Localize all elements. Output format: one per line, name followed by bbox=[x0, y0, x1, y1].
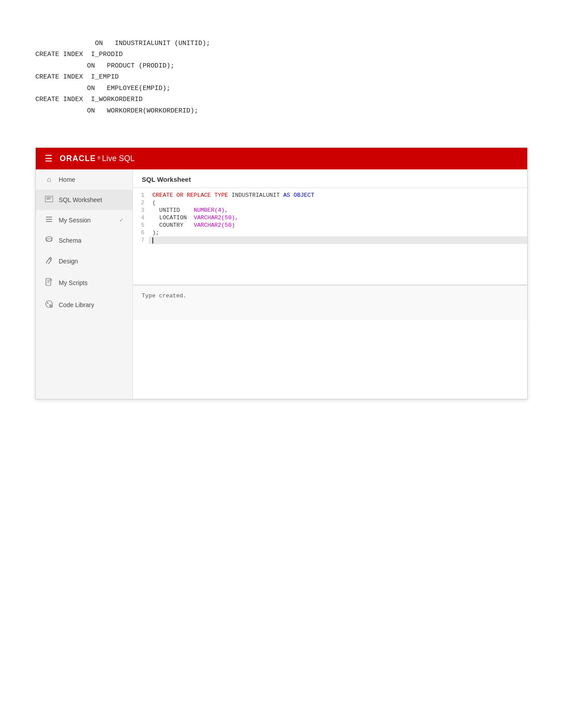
output-text: Type created. bbox=[142, 293, 186, 299]
svg-line-7 bbox=[46, 263, 47, 263]
type-name: INDUSTRIALUNIT bbox=[231, 192, 283, 199]
line-content-6: ); bbox=[149, 229, 527, 236]
oracle-logo: ORACLE® Live SQL bbox=[60, 154, 135, 163]
line-content-7 bbox=[149, 236, 527, 244]
chevron-down-icon: ✓ bbox=[119, 217, 124, 223]
keyword-as-object: AS OBJECT bbox=[283, 192, 314, 199]
sidebar-my-session-label: My Session bbox=[59, 217, 114, 224]
sidebar-code-library-label: Code Library bbox=[59, 301, 124, 308]
line-num-4: 4 bbox=[133, 214, 149, 221]
line-content-1: CREATE OR REPLACE TYPE INDUSTRIALUNIT AS… bbox=[149, 191, 527, 199]
line-num-1: 1 bbox=[133, 191, 149, 199]
oracle-logo-text: ORACLE bbox=[60, 154, 96, 163]
top-code-line-7: ON WORKORDER(WORKORDERID); bbox=[35, 107, 198, 115]
line-content-2: ( bbox=[149, 199, 527, 206]
sidebar-item-home[interactable]: ⌂ Home bbox=[36, 169, 132, 190]
sidebar-item-my-session[interactable]: My Session ✓ bbox=[36, 210, 132, 230]
sidebar-item-code-library[interactable]: ⚙ Code Library bbox=[36, 294, 132, 316]
sidebar-item-my-scripts[interactable]: My Scripts bbox=[36, 272, 132, 294]
code-line-6: 6 ); bbox=[133, 229, 527, 236]
output-area: Type created. bbox=[133, 285, 527, 320]
top-code-line-2: CREATE INDEX I_PRODID bbox=[35, 51, 123, 58]
code-line-1: 1 CREATE OR REPLACE TYPE INDUSTRIALUNIT … bbox=[133, 191, 527, 199]
svg-point-6 bbox=[46, 237, 52, 239]
home-icon: ⌂ bbox=[45, 176, 53, 184]
sidebar-home-label: Home bbox=[59, 176, 124, 183]
type-varchar2-50-country: VARCHAR2(50) bbox=[194, 222, 235, 229]
code-line-5: 5 COUNTRY VARCHAR2(50) bbox=[133, 221, 527, 229]
worksheet-header: SQL Worksheet bbox=[133, 169, 527, 188]
line-num-7: 7 bbox=[133, 236, 149, 244]
sidebar: ⌂ Home SQL Worksheet bbox=[36, 169, 133, 399]
sql-worksheet-icon bbox=[45, 196, 53, 204]
code-line-7: 7 bbox=[133, 236, 527, 244]
code-library-icon: ⚙ bbox=[45, 300, 53, 310]
app-body: ⌂ Home SQL Worksheet bbox=[36, 169, 527, 399]
line-num-5: 5 bbox=[133, 221, 149, 229]
hamburger-icon[interactable]: ☰ bbox=[45, 153, 53, 164]
svg-rect-8 bbox=[46, 278, 51, 285]
sidebar-design-label: Design bbox=[59, 258, 124, 265]
top-code-block: ON INDUSTRIALUNIT (UNITID); CREATE INDEX… bbox=[0, 0, 563, 134]
line-num-2: 2 bbox=[133, 199, 149, 206]
top-code-line-5: ON EMPLOYEE(EMPID); bbox=[35, 85, 170, 92]
code-line-3: 3 UNITID NUMBER(4), bbox=[133, 206, 527, 214]
sidebar-item-schema[interactable]: Schema bbox=[36, 230, 132, 251]
code-lines: 1 CREATE OR REPLACE TYPE INDUSTRIALUNIT … bbox=[133, 188, 527, 248]
app-header: ☰ ORACLE® Live SQL bbox=[36, 148, 527, 169]
schema-icon bbox=[45, 236, 53, 244]
oracle-live-sql-text: Live SQL bbox=[102, 154, 135, 163]
sidebar-my-scripts-label: My Scripts bbox=[59, 279, 124, 286]
app-window: ☰ ORACLE® Live SQL ⌂ Home SQL bbox=[35, 147, 528, 399]
line-content-5: COUNTRY VARCHAR2(50) bbox=[149, 221, 527, 229]
sidebar-item-sql-worksheet[interactable]: SQL Worksheet bbox=[36, 190, 132, 210]
line-content-3: UNITID NUMBER(4), bbox=[149, 206, 527, 214]
top-code-line-6: CREATE INDEX I_WORKORDERID bbox=[35, 96, 143, 103]
design-icon bbox=[45, 257, 53, 266]
my-scripts-icon bbox=[45, 278, 53, 288]
my-session-icon bbox=[45, 216, 53, 224]
sidebar-schema-label: Schema bbox=[59, 237, 124, 244]
type-varchar2-50: VARCHAR2(50), bbox=[194, 214, 238, 221]
code-line-2: 2 ( bbox=[133, 199, 527, 206]
sidebar-item-design[interactable]: Design bbox=[36, 251, 132, 272]
type-number: NUMBER(4), bbox=[194, 207, 228, 214]
code-editor[interactable]: 1 CREATE OR REPLACE TYPE INDUSTRIALUNIT … bbox=[133, 188, 527, 285]
top-code-line-3: ON PRODUCT (PRODID); bbox=[35, 62, 174, 70]
line-num-3: 3 bbox=[133, 206, 149, 214]
sidebar-sql-worksheet-label: SQL Worksheet bbox=[59, 196, 124, 203]
line-content-4: LOCATION VARCHAR2(50), bbox=[149, 214, 527, 221]
cursor bbox=[152, 237, 153, 244]
line-num-6: 6 bbox=[133, 229, 149, 236]
top-code-line-1: ON INDUSTRIALUNIT (UNITID); bbox=[43, 40, 210, 47]
top-code-line-4: CREATE INDEX I_EMPID bbox=[35, 73, 119, 81]
oracle-tm-symbol: ® bbox=[98, 156, 100, 161]
keyword-create-or-replace-type: CREATE OR REPLACE TYPE bbox=[152, 192, 231, 199]
main-content: SQL Worksheet 1 CREATE OR REPLACE TYPE I… bbox=[133, 169, 527, 399]
code-line-4: 4 LOCATION VARCHAR2(50), bbox=[133, 214, 527, 221]
worksheet-title: SQL Worksheet bbox=[142, 176, 191, 183]
